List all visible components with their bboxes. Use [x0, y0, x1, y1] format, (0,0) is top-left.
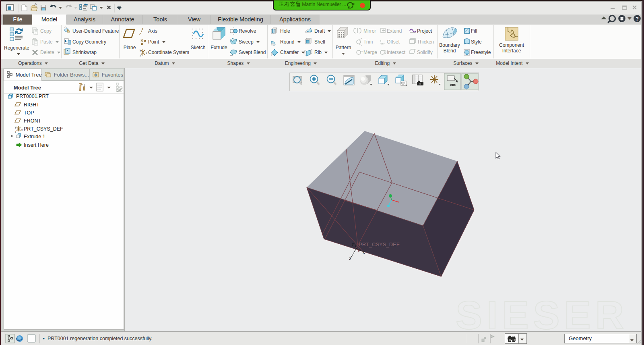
svg-text:y: y	[140, 49, 141, 52]
svg-text:PRT_CSYS_DEF: PRT_CSYS_DEF	[24, 126, 63, 132]
svg-text:x: x	[21, 129, 23, 131]
svg-text:FRONT: FRONT	[24, 118, 41, 124]
svg-text:Insert Here: Insert Here	[24, 142, 49, 148]
svg-text:PRT0001.PRT: PRT0001.PRT	[16, 94, 49, 99]
svg-text:y: y	[352, 241, 354, 246]
svg-text:TOP: TOP	[24, 110, 34, 116]
svg-text:y: y	[15, 126, 17, 129]
svg-text:x: x	[363, 250, 365, 255]
svg-text:x: x	[146, 52, 147, 54]
svg-text:PRT_CSYS_DEF: PRT_CSYS_DEF	[359, 241, 400, 247]
svg-text:?: ?	[636, 16, 639, 22]
svg-text:z: z	[15, 130, 16, 133]
svg-text:Extrude 1: Extrude 1	[24, 134, 45, 139]
svg-text:z: z	[140, 54, 141, 57]
svg-text:RIGHT: RIGHT	[24, 102, 39, 108]
svg-text:z: z	[349, 256, 351, 261]
